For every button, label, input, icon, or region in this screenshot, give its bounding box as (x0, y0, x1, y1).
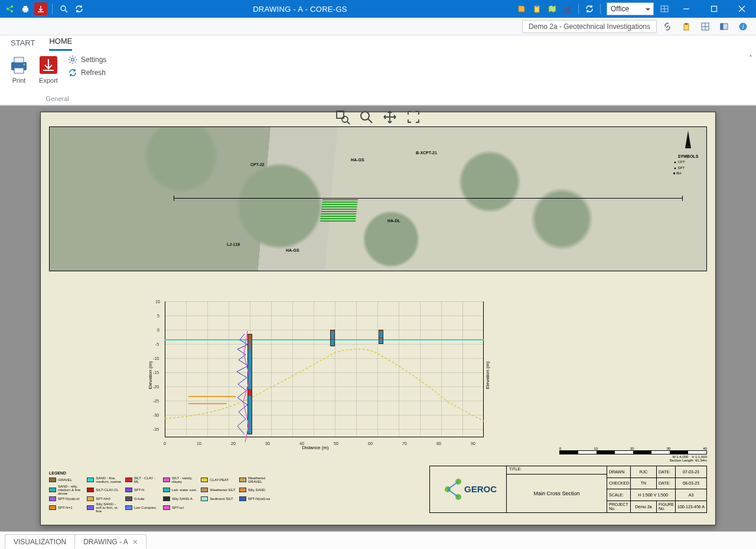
grid-icon[interactable] (697, 20, 713, 33)
title-bar: DRAWING - A - CORE-GS Office (0, 0, 756, 18)
section-line (174, 198, 683, 199)
legend-item: SPT-N(cal)-dr (49, 496, 83, 501)
ribbon-group-label: General (46, 93, 69, 102)
cross-section-chart[interactable]: Elevation (m) Elevation (m) Distance (m)… (147, 301, 484, 449)
sync-icon[interactable] (582, 2, 597, 16)
legend-item: SPT-N (125, 488, 159, 492)
clipboard-icon[interactable] (530, 2, 544, 16)
print-label: Print (12, 77, 26, 84)
minimize-button[interactable] (673, 0, 699, 18)
refresh-label: Refresh (81, 69, 106, 77)
export-button[interactable]: Export (38, 54, 59, 84)
project-selector[interactable]: Demo 2a - Geotechnical Investigations (522, 20, 657, 33)
layout-icon[interactable] (657, 2, 672, 16)
legend-item: Weathered GRAVEL (239, 476, 273, 483)
legend-item: SPT-N(cal)-sa (239, 496, 273, 501)
sub-toolbar: Demo 2a - Geotechnical Investigations i (0, 18, 756, 35)
tab-start[interactable]: START (11, 36, 35, 51)
paste-icon[interactable] (678, 20, 695, 33)
x-axis-label: Distance (m) (302, 445, 328, 450)
document-tabs: VISUALIZATION DRAWING - A× (0, 531, 756, 549)
svg-text:GEROC: GEROC (464, 484, 497, 494)
tab-visualization[interactable]: VISUALIZATION (5, 534, 75, 548)
map-label: HA-DL (387, 219, 400, 223)
export-label: Export (39, 77, 58, 84)
legend-item: SAND - silty, medium & fine dense (49, 485, 83, 495)
legend-item: Silty SAND - soft to firm, st. fine (87, 502, 121, 513)
legend-item: Silty SAND A (163, 496, 197, 501)
map-label: HA-GS (286, 248, 299, 252)
legend: LEGEND GRAVELSAND - fine, medium, coarse… (49, 471, 273, 513)
panel-icon[interactable] (716, 20, 732, 33)
svg-rect-5 (24, 10, 27, 12)
borehole-c (379, 330, 383, 344)
legend-item: SPT-N=0 (87, 496, 121, 501)
maximize-button[interactable] (700, 0, 727, 18)
y-axis-label: Elevation (m) (148, 361, 153, 389)
info-icon[interactable]: i (735, 20, 751, 33)
title-header: TITLE: (507, 466, 607, 475)
print-button[interactable]: Print (8, 54, 30, 84)
map-label: CPT-22 (250, 163, 265, 167)
tab-home[interactable]: HOME (49, 34, 72, 51)
svg-point-6 (61, 6, 66, 11)
refresh-button[interactable]: Refresh (67, 67, 106, 78)
legend-item: Silty SAND (239, 488, 273, 492)
workspace-dropdown[interactable]: Office (607, 2, 654, 15)
map-label: LJ-118 (227, 242, 240, 246)
export-icon[interactable] (34, 2, 47, 15)
map-label: B-XCPT-21 (416, 151, 437, 155)
zoom-window-icon[interactable] (334, 108, 351, 126)
zoom-extents-icon[interactable] (57, 2, 70, 15)
north-arrow: SYMBOLS ▲ CPT▲ SPT■ BH (673, 129, 703, 177)
workspace-value: Office (611, 5, 629, 13)
help-book-icon[interactable] (514, 2, 529, 16)
drawing-title: Main Cross Section (507, 475, 607, 512)
svg-rect-12 (685, 23, 687, 25)
tab-drawing-a[interactable]: DRAWING - A× (74, 534, 146, 548)
legend-item: CLAY-PEAT (201, 477, 235, 482)
svg-point-25 (342, 116, 348, 122)
export-red-icon (38, 54, 59, 76)
site-plan-map[interactable]: CPT-22 HA-GS B-XCPT-21 HA-DL LJ-118 HA-G… (49, 126, 707, 271)
svg-point-26 (361, 112, 369, 120)
company-logo: GEROC (430, 466, 507, 512)
refresh-quick-icon[interactable] (73, 2, 86, 15)
map-label: HA-GS (351, 158, 364, 162)
settings-button[interactable]: Settings (67, 54, 106, 65)
legend-item: G-hole (125, 496, 159, 501)
legend-item: SILT - sandy, clayey (163, 476, 197, 483)
pan-icon[interactable] (381, 108, 399, 126)
terrain-curve (165, 313, 484, 437)
svg-rect-10 (711, 7, 716, 12)
print-icon[interactable] (19, 2, 32, 15)
legend-item: SILT-CLAY-CL (87, 488, 121, 492)
orange-marker-1 (188, 396, 236, 397)
legend-item: SILT - CLAY - ML (125, 476, 159, 483)
legend-item: Sediment SILT (201, 496, 235, 501)
legend-item: GRAVEL (49, 477, 83, 482)
title-block: GEROC TITLE: Main Cross Section DRAWNRJC… (429, 466, 707, 513)
fit-icon[interactable] (405, 108, 422, 126)
chart-icon[interactable] (561, 2, 575, 16)
map-icon[interactable] (545, 2, 559, 16)
link-icon[interactable] (659, 20, 676, 33)
y-axis-label-right: Elevation (m) (485, 361, 490, 389)
svg-point-21 (24, 64, 25, 66)
site-polygon (320, 198, 358, 222)
close-tab-icon[interactable]: × (133, 538, 138, 546)
svg-rect-19 (14, 57, 24, 63)
legend-item: Lab: water cont. (163, 488, 197, 492)
app-icon[interactable] (4, 2, 17, 15)
zoom-icon[interactable] (357, 108, 375, 126)
close-button[interactable] (728, 0, 755, 18)
project-name: Demo 2a - Geotechnical Investigations (529, 22, 650, 31)
drawing-page[interactable]: CPT-22 HA-GS B-XCPT-21 HA-DL LJ-118 HA-G… (40, 112, 716, 525)
ribbon: Print Export Settings Refresh General ˄ (0, 51, 756, 105)
spt-trace-2 (242, 331, 253, 443)
legend-item: SAND - fine, medium, coarse (87, 476, 121, 483)
ribbon-collapse-icon[interactable]: ˄ (749, 54, 752, 63)
refresh-icon (67, 67, 78, 78)
svg-rect-20 (14, 68, 24, 73)
svg-rect-15 (721, 24, 723, 30)
